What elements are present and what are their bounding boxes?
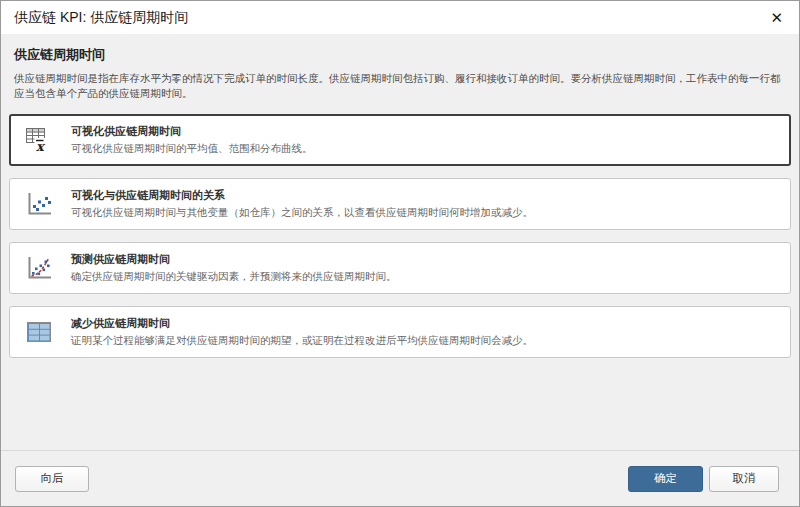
- back-button[interactable]: 向后: [15, 466, 89, 492]
- dialog-window: 供应链 KPI: 供应链周期时间 ✕ 供应链周期时间 供应链周期时间是指在库存水…: [0, 0, 800, 507]
- cancel-button[interactable]: 取消: [709, 466, 779, 492]
- option-list: x 可视化供应链周期时间 可视化供应链周期时间的平均值、范围和分布曲线。: [9, 114, 791, 358]
- dialog-content: 供应链周期时间 供应链周期时间是指在库存水平为零的情况下完成订单的时间长度。供应…: [1, 34, 799, 450]
- option-card-relationships[interactable]: 可视化与供应链周期时间的关系 可视化供应链周期时间与其他变量（如仓库）之间的关系…: [9, 178, 791, 230]
- option-title: 预测供应链周期时间: [71, 252, 397, 267]
- table-mean-icon: x: [24, 125, 54, 155]
- option-card-visualize[interactable]: x 可视化供应链周期时间 可视化供应链周期时间的平均值、范围和分布曲线。: [9, 114, 791, 166]
- option-description: 证明某个过程能够满足对供应链周期时间的期望，或证明在过程改进后平均供应链周期时间…: [71, 334, 533, 348]
- option-title: 可视化与供应链周期时间的关系: [71, 188, 533, 203]
- scatter-plot-icon: [24, 189, 54, 219]
- fit-curve-icon: [24, 253, 54, 283]
- option-description: 可视化供应链周期时间与其他变量（如仓库）之间的关系，以查看供应链周期时间何时增加…: [71, 206, 533, 220]
- window-title: 供应链 KPI: 供应链周期时间: [14, 9, 188, 27]
- titlebar: 供应链 KPI: 供应链周期时间 ✕: [1, 1, 799, 34]
- ok-button[interactable]: 确定: [628, 466, 703, 492]
- blue-table-icon: [24, 317, 54, 347]
- dialog-footer: 向后 确定 取消: [1, 450, 799, 506]
- option-title: 减少供应链周期时间: [71, 316, 533, 331]
- close-icon[interactable]: ✕: [766, 8, 787, 27]
- option-description: 可视化供应链周期时间的平均值、范围和分布曲线。: [71, 142, 313, 156]
- option-title: 可视化供应链周期时间: [71, 124, 313, 139]
- option-card-reduce[interactable]: 减少供应链周期时间 证明某个过程能够满足对供应链周期时间的期望，或证明在过程改进…: [9, 306, 791, 358]
- footer-action-buttons: 确定 取消: [628, 466, 779, 492]
- intro-text: 供应链周期时间是指在库存水平为零的情况下完成订单的时间长度。供应链周期时间包括订…: [14, 71, 786, 101]
- option-card-predict[interactable]: 预测供应链周期时间 确定供应链周期时间的关键驱动因素，并预测将来的供应链周期时间…: [9, 242, 791, 294]
- option-description: 确定供应链周期时间的关键驱动因素，并预测将来的供应链周期时间。: [71, 270, 397, 284]
- section-heading: 供应链周期时间: [14, 46, 786, 64]
